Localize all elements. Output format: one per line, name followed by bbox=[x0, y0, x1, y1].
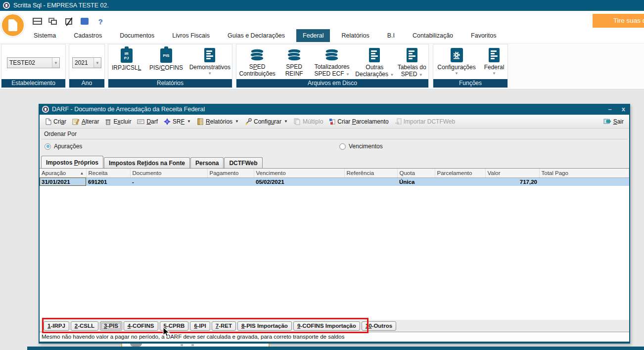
col-receita[interactable]: Receita bbox=[86, 169, 130, 177]
menu-cadastros[interactable]: Cadastros bbox=[67, 29, 108, 42]
calculator-icon bbox=[81, 18, 89, 25]
sped-stack-icon bbox=[323, 48, 340, 62]
dropdown-arrow-icon: ▼ bbox=[390, 73, 394, 77]
tab-3-pis[interactable]: 3-PIS bbox=[100, 321, 122, 331]
darf-window-icon bbox=[42, 106, 49, 113]
configuracoes-button[interactable]: Configurações ▼ bbox=[434, 46, 479, 76]
tools-icon bbox=[245, 118, 252, 125]
outras-declaracoes-button[interactable]: Outras Declarações ▼ bbox=[355, 46, 394, 78]
cell-parcelamento[interactable] bbox=[435, 177, 485, 186]
col-vencimento[interactable]: Vencimento bbox=[254, 169, 344, 177]
alterar-button[interactable]: Alterar bbox=[69, 117, 102, 126]
help-button[interactable]: ? bbox=[95, 16, 106, 26]
cell-apuracao[interactable]: 31/01/2021 bbox=[40, 177, 86, 186]
chevron-down-icon[interactable]: ▼ bbox=[93, 58, 101, 68]
menu-relatorios[interactable]: Relatórios bbox=[335, 29, 375, 42]
bottom-window-edge bbox=[27, 347, 644, 350]
menu-contabilizacao[interactable]: Contabilização bbox=[406, 29, 460, 42]
tab-dctfweb[interactable]: DCTFWeb bbox=[224, 157, 262, 168]
tab-2-csll[interactable]: 2-CSLL bbox=[71, 321, 98, 331]
menu-favoritos[interactable]: Favoritos bbox=[464, 29, 503, 42]
col-documento[interactable]: Documento bbox=[130, 169, 207, 177]
sped-reinf-button[interactable]: SPED REINF bbox=[279, 46, 309, 77]
tab-7-ret[interactable]: 7-RET bbox=[212, 321, 236, 331]
darf-button[interactable]: Darf bbox=[134, 117, 161, 126]
col-total-pago[interactable]: Total Pago bbox=[539, 169, 629, 177]
minimize-button[interactable]: – bbox=[608, 104, 612, 114]
radio-icon bbox=[339, 143, 346, 150]
parcel-squares-icon bbox=[329, 118, 335, 125]
col-parcelamento[interactable]: Parcelamento bbox=[435, 169, 485, 177]
col-apuracao[interactable]: Apuração▲ bbox=[40, 169, 86, 177]
sair-button[interactable]: Sair bbox=[600, 117, 627, 126]
calculator-button[interactable] bbox=[79, 16, 90, 26]
group-funcoes: Configurações ▼ Federal ▼ Funções bbox=[433, 44, 508, 88]
tab-10-outros[interactable]: 10-Outros bbox=[362, 321, 396, 331]
tabelas-do-sped-button[interactable]: Tabelas do SPED ▼ bbox=[395, 46, 428, 78]
tab-1-irpj[interactable]: 1-IRPJ bbox=[44, 321, 69, 331]
tab-persona[interactable]: Persona bbox=[190, 157, 224, 168]
tab-4-cofins[interactable]: 4-COFINS bbox=[124, 321, 158, 331]
chevron-down-icon[interactable]: ▼ bbox=[52, 58, 59, 68]
totalizadores-sped-ecf-button[interactable]: Totalizadores SPED ECF ▼ bbox=[310, 46, 354, 77]
document-icon bbox=[204, 48, 215, 62]
menu-guias-declaracoes[interactable]: Guias e Declarações bbox=[221, 29, 291, 42]
cell-pagamento[interactable] bbox=[207, 177, 254, 186]
dropdown-arrow-icon: ▼ bbox=[235, 119, 239, 124]
menu-documentos[interactable]: Documentos bbox=[113, 29, 161, 42]
tab-9-cofins-importacao[interactable]: 9-COFINS Importação bbox=[293, 321, 360, 331]
srf-button[interactable]: SRF ▼ bbox=[161, 117, 194, 126]
demonstrativos-button[interactable]: Demonstrativos ▼ bbox=[188, 46, 232, 76]
ordenar-por-label: Ordenar Por bbox=[44, 131, 77, 137]
multiplo-button: Múltiplo bbox=[291, 117, 326, 126]
tab-6-ipi[interactable]: 6-IPI bbox=[190, 321, 210, 331]
menu-sistema[interactable]: Sistema bbox=[27, 29, 62, 42]
irpj-csll-button[interactable]: IRPJ IRPJ/CSLL bbox=[108, 46, 144, 71]
col-pagamento[interactable]: Pagamento bbox=[207, 169, 254, 177]
ano-combobox[interactable]: 2021 ▼ bbox=[72, 57, 101, 68]
dropdown-arrow-icon: ▼ bbox=[187, 119, 191, 124]
tab-8-pis-importacao[interactable]: 8-PIS Importação bbox=[237, 321, 292, 331]
menu-livros-fiscais[interactable]: Livros Fiscais bbox=[166, 29, 216, 42]
criar-parcelamento-button[interactable]: Criar Parcelamento bbox=[326, 117, 391, 126]
radio-apuracoes[interactable]: Apurações bbox=[45, 143, 82, 150]
impostos-tabstrip: Impostos Próprios Impostos Retidos na Fo… bbox=[40, 154, 629, 168]
close-button[interactable]: x bbox=[622, 104, 625, 114]
promo-button[interactable]: Tire suas d bbox=[593, 14, 644, 28]
tile-windows-button[interactable] bbox=[32, 16, 43, 26]
criar-button[interactable]: Criar bbox=[42, 117, 69, 126]
cell-quota[interactable]: Única bbox=[397, 177, 435, 186]
federal-button[interactable]: Federal ▼ bbox=[482, 46, 506, 76]
relatorios-button[interactable]: Relatórios ▼ bbox=[194, 117, 242, 126]
cell-receita[interactable]: 691201 bbox=[86, 177, 130, 186]
cell-total-pago[interactable] bbox=[539, 177, 629, 186]
configurar-button[interactable]: Configurar ▼ bbox=[242, 117, 291, 126]
excluir-button[interactable]: Excluir bbox=[102, 117, 134, 126]
menu-federal[interactable]: Federal bbox=[296, 29, 330, 42]
cell-valor[interactable]: 717,20 bbox=[485, 177, 539, 186]
cell-documento[interactable]: - bbox=[130, 177, 207, 186]
menu-bi[interactable]: B.I bbox=[381, 29, 401, 42]
irpj-clipboard-icon: IRPJ bbox=[121, 48, 133, 63]
estabelecimento-combobox[interactable]: TESTE02 ▼ bbox=[7, 57, 60, 68]
col-referencia[interactable]: Referência bbox=[344, 169, 397, 177]
table-header-row: Apuração▲ Receita Documento Pagamento Ve… bbox=[40, 169, 629, 177]
cell-vencimento[interactable]: 05/02/2021 bbox=[254, 177, 344, 186]
menubar: Sistema Cadastros Documentos Livros Fisc… bbox=[0, 28, 644, 44]
ano-value: 2021 bbox=[73, 58, 93, 68]
pis-cofins-button[interactable]: PIS PIS/COFINS bbox=[147, 46, 184, 71]
document-icon bbox=[407, 48, 417, 62]
col-valor[interactable]: Valor bbox=[485, 169, 539, 177]
group-caption: Estabelecimento bbox=[1, 79, 65, 88]
close-window-button[interactable] bbox=[63, 16, 74, 26]
col-quota[interactable]: Quota bbox=[397, 169, 435, 177]
tab-impostos-retidos[interactable]: Impostos Retidos na Fonte bbox=[104, 157, 190, 168]
cascade-windows-button[interactable] bbox=[47, 16, 58, 26]
tab-impostos-proprios[interactable]: Impostos Próprios bbox=[41, 156, 103, 168]
cell-referencia[interactable] bbox=[344, 177, 397, 186]
mouse-cursor bbox=[162, 327, 171, 338]
importar-dctfweb-button: Importar DCTFWeb bbox=[392, 117, 458, 126]
radio-vencimentos[interactable]: Vencimentos bbox=[339, 143, 383, 150]
tile-windows-icon bbox=[33, 18, 42, 25]
sped-contribuicoes-button[interactable]: SPED Contribuições bbox=[236, 46, 278, 77]
